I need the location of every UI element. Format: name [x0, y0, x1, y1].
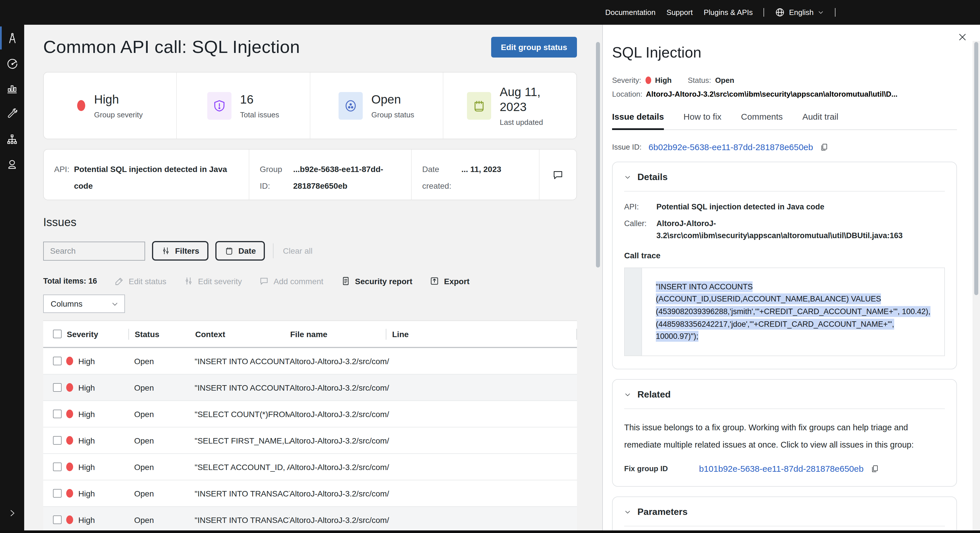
row-severity: High [78, 462, 95, 471]
header-file-name[interactable]: File name [290, 329, 391, 339]
date-label: Date [239, 246, 256, 255]
row-checkbox[interactable] [53, 489, 62, 498]
nav-documentation[interactable]: Documentation [605, 8, 655, 17]
language-selector[interactable]: English [775, 8, 824, 17]
tab-comments[interactable]: Comments [741, 112, 783, 129]
parameters-header[interactable]: Parameters [624, 506, 945, 517]
group-status-value: Open [371, 92, 414, 107]
shield-alert-icon [212, 99, 226, 113]
chevron-down-icon [624, 508, 631, 515]
row-checkbox[interactable] [53, 409, 62, 418]
row-checkbox[interactable] [53, 436, 62, 445]
main-content: Common API call: SQL Injection Edit grou… [24, 25, 603, 530]
security-report-button[interactable]: Security report [340, 276, 412, 286]
nav-support[interactable]: Support [667, 8, 693, 17]
copy-fix-group-button[interactable] [870, 464, 879, 473]
related-text: This issue belongs to a fix group. Worki… [624, 419, 945, 454]
row-checkbox[interactable] [53, 383, 62, 392]
detail-api-value: Potential SQL injection detected in Java… [656, 201, 824, 213]
header-status[interactable]: Status [134, 329, 195, 339]
add-comment-button[interactable]: Add comment [259, 276, 323, 286]
issue-title: SQL Injection [612, 44, 957, 62]
last-updated-label: Last updated [500, 118, 553, 127]
sidebar-expand-button[interactable] [8, 508, 17, 520]
header-severity[interactable]: Severity [66, 329, 134, 339]
call-trace-code[interactable]: "INSERT INTO ACCOUNTS (ACCOUNT_ID,USERID… [642, 268, 944, 355]
location-value: AltoroJ-AltoroJ-3.2\src\com\ibm\security… [646, 90, 898, 98]
fix-group-link[interactable]: b101b92e-5638-ee11-87dd-281878e650eb [699, 463, 864, 473]
columns-dropdown[interactable]: Columns [43, 295, 125, 313]
severity-dot [66, 383, 73, 392]
group-status-label: Group status [371, 111, 414, 119]
edit-group-status-button[interactable]: Edit group status [491, 37, 577, 57]
info-date-value: ... 11, 2023 [461, 161, 501, 200]
row-file-name: AltoroJ-AltoroJ-3.2/src/com/ [290, 462, 391, 471]
row-context: "INSERT INTO TRANSACTION [195, 489, 290, 498]
search-input[interactable] [50, 246, 154, 255]
sidebar-item-profile[interactable] [0, 152, 24, 177]
row-checkbox[interactable] [53, 357, 62, 365]
wrench-icon [6, 108, 18, 120]
sidebar-item-reports[interactable] [0, 76, 24, 101]
header-line[interactable]: Line [391, 329, 577, 339]
header-context[interactable]: Context [195, 329, 290, 339]
nav-plugins-apis[interactable]: Plugins & APIs [704, 8, 753, 17]
app-screen: Documentation Support Plugins & APIs Eng… [0, 0, 980, 533]
bar-chart-icon [6, 83, 18, 94]
info-group-id-label: Group ID: [260, 161, 287, 200]
edit-status-button[interactable]: Edit status [114, 276, 166, 286]
hierarchy-icon [6, 133, 18, 145]
search-field[interactable] [43, 241, 145, 260]
table-row[interactable]: High Open "INSERT INTO TRANSACTION Altor… [43, 481, 577, 507]
tab-how-to-fix[interactable]: How to fix [684, 112, 721, 129]
sidebar-item-scans[interactable] [0, 25, 24, 51]
table-row[interactable]: High Open "SELECT COUNT(*)FROM PEO Altor… [43, 401, 577, 427]
severity-dot [66, 516, 73, 524]
related-header[interactable]: Related [624, 389, 945, 400]
sidebar-item-dashboard[interactable] [0, 51, 24, 76]
globe-icon [775, 8, 785, 17]
row-checkbox[interactable] [53, 463, 62, 471]
location-label: Location: [612, 90, 643, 98]
tab-audit-trail[interactable]: Audit trail [802, 112, 838, 129]
sidebar-item-applications[interactable] [0, 127, 24, 152]
table-row[interactable]: High Open "SELECT ACCOUNT_ID, ACCO Altor… [43, 454, 577, 481]
details-header[interactable]: Details [624, 172, 945, 182]
table-row[interactable]: High Open "INSERT INTO ACCOUNTS (AC Alto… [43, 374, 577, 401]
table-row[interactable]: High Open "INSERT INTO TRANSACTION Altor… [43, 507, 577, 530]
tab-issue-details[interactable]: Issue details [612, 112, 664, 130]
filters-button[interactable]: Filters [152, 241, 208, 260]
severity-dot [66, 409, 73, 418]
comment-bubble-icon [552, 169, 564, 180]
row-severity: High [78, 356, 95, 366]
topbar-divider [835, 8, 835, 17]
severity-dot [645, 76, 651, 84]
card-group-status: Open Group status [310, 73, 443, 139]
row-status: Open [134, 515, 195, 524]
table-row[interactable]: High Open "SELECT FIRST_NAME,LAST_ Altor… [43, 427, 577, 454]
chevron-right-icon [8, 508, 17, 517]
row-file-name: AltoroJ-AltoroJ-3.2/src/com/ [290, 409, 391, 419]
edit-severity-button[interactable]: Edit severity [184, 276, 242, 286]
divider [624, 525, 945, 526]
detail-api-label: API: [624, 201, 653, 213]
panel-scrollbar[interactable] [974, 42, 978, 295]
table-row[interactable]: High Open "INSERT INTO ACCOUNTS (US Alto… [43, 348, 577, 374]
date-filter-button[interactable]: Date [215, 241, 265, 260]
row-checkbox[interactable] [53, 516, 62, 524]
status-open-icon [344, 99, 358, 113]
clear-all-button[interactable]: Clear all [283, 246, 313, 255]
copy-issue-id-button[interactable] [820, 143, 829, 151]
group-comment-button[interactable] [539, 149, 577, 200]
issues-table: Severity Status Context File name Line H… [43, 320, 577, 530]
select-all-checkbox[interactable] [53, 330, 62, 338]
close-panel-button[interactable] [958, 32, 967, 44]
sidebar-item-tools[interactable] [0, 101, 24, 127]
export-button[interactable]: Export [430, 276, 469, 286]
add-comment-label: Add comment [274, 276, 323, 286]
card-total-issues: 16 Total issues [177, 73, 310, 139]
card-last-updated: Aug 11, 2023 Last updated [443, 73, 577, 139]
issue-id-link[interactable]: 6b02b92e-5638-ee11-87dd-281878e650eb [649, 142, 813, 152]
main-scrollbar[interactable] [596, 42, 600, 268]
related-heading: Related [637, 389, 671, 400]
